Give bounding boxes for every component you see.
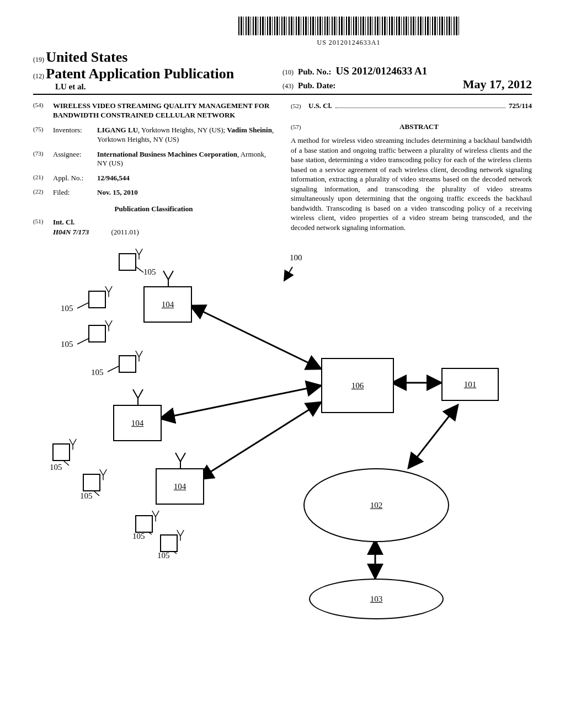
antenna-icon bbox=[173, 452, 188, 468]
node-104-b-label: 104 bbox=[131, 419, 144, 428]
svg-line-8 bbox=[77, 339, 88, 344]
figure-ref-105-h: 105 bbox=[157, 551, 170, 560]
node-103-label: 103 bbox=[370, 595, 383, 604]
filed-label: Filed: bbox=[53, 188, 93, 197]
invention-title: WIRELESS VIDEO STREAMING QUALITY MANAGEM… bbox=[53, 101, 274, 120]
barcode-number: US 20120124633A1 bbox=[166, 39, 532, 47]
antenna-icon bbox=[98, 468, 108, 480]
node-102-label: 102 bbox=[370, 501, 383, 510]
barcode-block: US 20120124633A1 bbox=[166, 17, 532, 47]
field-57-num: (57) bbox=[291, 124, 306, 130]
tag-12: (12) bbox=[33, 72, 44, 80]
inventors-label: Inventors: bbox=[53, 126, 93, 144]
antenna-icon bbox=[104, 319, 114, 331]
figure-arrows bbox=[33, 253, 532, 628]
pub-no-label: Pub. No.: bbox=[298, 67, 331, 77]
node-104-c: 104 bbox=[156, 468, 204, 505]
node-104-b: 104 bbox=[113, 405, 162, 441]
figure-ref-105-c: 105 bbox=[61, 340, 73, 349]
svg-line-7 bbox=[77, 303, 88, 308]
field-52-num: (52) bbox=[291, 103, 306, 109]
node-103: 103 bbox=[309, 579, 444, 619]
figure-ref-105-e: 105 bbox=[50, 463, 62, 472]
node-101: 101 bbox=[441, 368, 499, 401]
field-21-num: (21) bbox=[33, 174, 49, 183]
us-cl-value: 725/114 bbox=[509, 101, 532, 110]
svg-line-0 bbox=[190, 306, 321, 369]
node-106-label: 106 bbox=[351, 381, 364, 390]
barcode-graphic bbox=[238, 17, 459, 35]
node-104-a: 104 bbox=[143, 286, 192, 323]
antenna-icon bbox=[175, 529, 185, 541]
abstract-heading: ABSTRACT bbox=[306, 122, 532, 131]
document-type: Patent Application Publication bbox=[46, 66, 234, 82]
figure-ref-105-a: 105 bbox=[143, 267, 156, 277]
right-column: (52) U.S. Cl. 725/114 (57) ABSTRACT A me… bbox=[291, 101, 532, 237]
abstract-text: A method for wireless video streaming in… bbox=[291, 136, 532, 232]
svg-line-2 bbox=[199, 402, 321, 479]
assignee-label: Assignee: bbox=[53, 150, 93, 169]
antenna-icon bbox=[134, 248, 144, 260]
tag-10: (10) bbox=[282, 68, 294, 77]
antenna-icon bbox=[161, 270, 175, 286]
node-104-a-label: 104 bbox=[162, 300, 174, 309]
document-header: (19) United States (12) Patent Applicati… bbox=[33, 49, 532, 95]
pub-classification-heading: Publication Classification bbox=[33, 205, 274, 213]
inventor-1-name: LIGANG LU bbox=[97, 126, 138, 134]
figure-ref-105-d: 105 bbox=[91, 368, 104, 377]
field-51-num: (51) bbox=[33, 218, 49, 227]
svg-line-4 bbox=[408, 405, 458, 468]
antenna-icon bbox=[134, 350, 144, 362]
svg-line-6 bbox=[284, 267, 292, 281]
assignee-name: International Business Machines Corporat… bbox=[97, 150, 237, 158]
antenna-icon bbox=[151, 510, 161, 522]
figure-1: 100 106 101 102 103 104 104 104 105 105 bbox=[33, 253, 532, 628]
figure-ref-105-b: 105 bbox=[61, 304, 73, 313]
node-102: 102 bbox=[303, 468, 449, 542]
field-22-num: (22) bbox=[33, 188, 49, 197]
node-104-c-label: 104 bbox=[174, 482, 186, 491]
field-73-num: (73) bbox=[33, 150, 49, 169]
figure-ref-100: 100 bbox=[290, 253, 302, 263]
svg-line-9 bbox=[108, 366, 119, 372]
pub-no-value: US 2012/0124633 A1 bbox=[335, 65, 427, 77]
node-101-label: 101 bbox=[464, 380, 477, 389]
figure-ref-105-f: 105 bbox=[80, 491, 93, 501]
inventor-2-name: Vadim Sheinin bbox=[227, 126, 272, 134]
left-column: (54) WIRELESS VIDEO STREAMING QUALITY MA… bbox=[33, 101, 274, 237]
assignee-value: International Business Machines Corporat… bbox=[97, 150, 274, 169]
antenna-icon bbox=[104, 285, 114, 297]
figure-ref-105-g: 105 bbox=[132, 532, 145, 541]
filed-value: Nov. 15, 2010 bbox=[97, 188, 138, 197]
int-cl-label: Int. Cl. bbox=[53, 218, 74, 227]
author-names: LU et al. bbox=[55, 82, 282, 92]
tag-19: (19) bbox=[33, 56, 44, 63]
dotted-leader bbox=[335, 102, 505, 108]
field-54-num: (54) bbox=[33, 101, 49, 120]
int-cl-code: H04N 7/173 bbox=[53, 228, 89, 237]
int-cl-year: (2011.01) bbox=[111, 228, 138, 237]
inventor-1-addr: , Yorktown Heights, NY (US); bbox=[138, 126, 227, 134]
field-75-num: (75) bbox=[33, 126, 49, 144]
tag-43: (43) bbox=[282, 82, 294, 90]
inventors-value: LIGANG LU, Yorktown Heights, NY (US); Va… bbox=[97, 126, 274, 144]
pub-date-value: May 17, 2012 bbox=[463, 77, 532, 92]
node-106: 106 bbox=[321, 358, 394, 413]
appl-no-value: 12/946,544 bbox=[97, 174, 130, 183]
us-cl-label: U.S. Cl. bbox=[308, 101, 332, 110]
svg-line-1 bbox=[160, 386, 321, 419]
appl-no-label: Appl. No.: bbox=[53, 174, 93, 183]
pub-date-label: Pub. Date: bbox=[298, 81, 335, 90]
antenna-icon bbox=[131, 388, 145, 405]
country-name: United States bbox=[46, 49, 127, 65]
antenna-icon bbox=[68, 438, 78, 450]
